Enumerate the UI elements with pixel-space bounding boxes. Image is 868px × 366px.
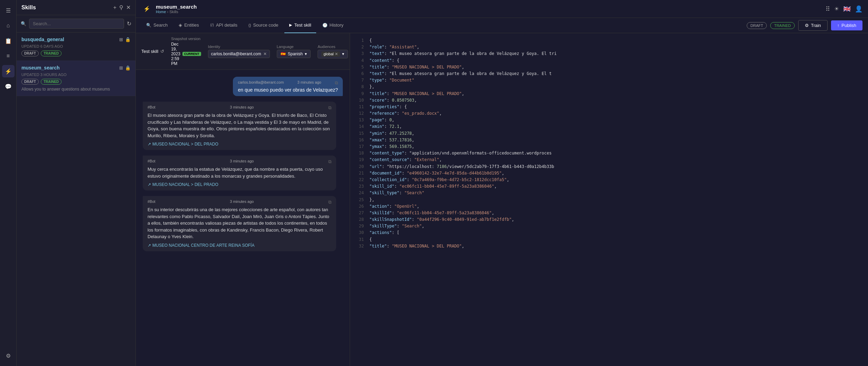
line-code: "properties": { (369, 104, 407, 110)
bot-bubble-1: #Bot 3 minutes ago ⧉ El museo atesora gr… (143, 102, 336, 150)
tab-test-skill[interactable]: ▶ Test skill (284, 18, 316, 33)
link-text-1: MUSEO NACIONAL > DEL PRADO (152, 142, 218, 147)
language-select[interactable]: 🇪🇸 Spanish ▾ (277, 50, 311, 58)
sidebar-close-icon[interactable]: ✕ (126, 4, 131, 11)
bot-copy-icon-1[interactable]: ⧉ (328, 105, 331, 111)
line-number: 18 (356, 150, 364, 157)
bot-time-2: 3 minutes ago (230, 159, 254, 165)
line-code: { (369, 37, 372, 44)
bot-bubble-3: #Bot 3 minutes ago ⧉ En su interior desc… (143, 196, 336, 251)
line-code: "document_id": "e4960142-32e7-4e7d-85da-… (369, 170, 504, 177)
line-number: 19 (356, 157, 364, 163)
sidebar-refresh-icon[interactable]: ↻ (127, 20, 131, 27)
tab-entities[interactable]: ◈ Entities (174, 18, 204, 33)
test-skill-label: Test skill ↺ (141, 49, 164, 54)
line-code: "content": { (369, 57, 399, 64)
line-number: 8 (356, 84, 364, 90)
audiences-value: global (323, 52, 333, 56)
line-code: "text": "El museo atesora gran parte de … (369, 50, 557, 57)
breadcrumb-home[interactable]: Home (156, 10, 166, 14)
sidebar-item-busqueda-general[interactable]: busqueda_general ⊞ 🔒 UPDATED 6 DAYS AGO … (17, 32, 135, 61)
json-line: 21 "document_id": "e4960142-32e7-4e7d-85… (356, 170, 862, 177)
sidebar-search-input[interactable] (29, 19, 124, 29)
audiences-remove-icon[interactable]: ✕ (335, 52, 338, 56)
json-line: 12 "reference": "es_prado.docx", (356, 110, 862, 117)
line-number: 23 (356, 183, 364, 190)
user-author-1: carlos.bonilla@iberant.com (238, 80, 284, 86)
tab-search-label: Search (153, 22, 168, 28)
brightness-icon[interactable]: ☀ (834, 6, 839, 12)
tab-history-label: History (330, 22, 343, 28)
bot-copy-icon-3[interactable]: ⧉ (328, 199, 331, 205)
tab-api-label: API details (216, 22, 237, 28)
line-code: "reference": "es_prado.docx", (369, 110, 442, 117)
left-nav: ☰ ⌂ 📋 ≡ ⚡ 💬 ⚙ (0, 0, 17, 366)
nav-chat-icon[interactable]: 💬 (2, 80, 15, 93)
audiences-select[interactable]: global ✕ ▾ (318, 50, 348, 58)
sidebar-add-icon[interactable]: + (113, 4, 116, 11)
train-icon: ⚙ (805, 23, 809, 28)
nav-settings-icon[interactable]: ⚙ (2, 349, 15, 362)
tab-entities-icon: ◈ (179, 22, 182, 28)
sidebar-filter-icon[interactable]: ⚲ (119, 4, 123, 11)
user-message-1: carlos.bonilla@iberant.com 3 minutes ago… (143, 77, 343, 96)
tab-api-icon: ⟨/⟩ (210, 23, 214, 27)
nav-home-icon[interactable]: ⌂ (2, 19, 15, 32)
publish-button[interactable]: ↑ Publish (831, 20, 862, 30)
reload-icon[interactable]: ↺ (160, 49, 164, 54)
topbar-skill-name: museum_search (156, 4, 825, 10)
skill-name-busqueda: busqueda_general (21, 37, 119, 42)
bot-link-2[interactable]: ↗ MUSEO NACIONAL > DEL PRADO (148, 182, 331, 187)
line-code: "title": "MUSEO NACIONAL > DEL PRADO", (369, 91, 464, 97)
json-content: 1{2 "role": "Assistant",3 "text": "El mu… (350, 33, 868, 366)
json-line: 2 "role": "Assistant", (356, 44, 862, 50)
identity-close-icon[interactable]: ✕ (263, 51, 267, 56)
user-copy-icon-1[interactable]: ⧉ (335, 80, 338, 86)
skill-lock-icon-museum: 🔒 (125, 65, 131, 71)
line-number: 32 (356, 243, 364, 250)
tab-history[interactable]: 🕐 History (318, 18, 348, 33)
bot-copy-icon-2[interactable]: ⧉ (328, 159, 331, 165)
line-number: 5 (356, 64, 364, 71)
nav-skill-icon[interactable]: ⚡ (2, 65, 15, 77)
nav-docs-icon[interactable]: 📋 (2, 35, 15, 47)
tab-source-icon: {} (248, 23, 251, 27)
json-line: 5 "title": "MUSEO NACIONAL > DEL PRADO", (356, 64, 862, 71)
user-text-1: en que museo puedo ver obras de Velazque… (238, 87, 338, 93)
apps-icon[interactable]: ⠿ (825, 5, 830, 13)
line-number: 13 (356, 117, 364, 123)
account-icon[interactable]: 👤 (855, 5, 862, 13)
nav-list-icon[interactable]: ≡ (2, 50, 15, 62)
tab-search[interactable]: 🔍 Search (141, 18, 172, 33)
tab-api-details[interactable]: ⟨/⟩ API details (205, 18, 242, 33)
json-line: 30 "actions": [ (356, 229, 862, 236)
sidebar-item-museum-search[interactable]: museum_search ⊞ 🔒 UPDATED 3 HOURS AGO DR… (17, 61, 135, 96)
train-button[interactable]: ⚙ Train (798, 20, 828, 31)
badge-draft: DRAFT (21, 50, 39, 56)
nav-menu-icon[interactable]: ☰ (2, 4, 15, 17)
line-code: "content_type": "application/vnd.openxml… (369, 150, 551, 157)
badge-trained-museum: TRAINED (41, 79, 62, 85)
line-code: "title": "MUSEO NACIONAL > DEL PRADO", (369, 243, 464, 250)
line-number: 3 (356, 50, 364, 57)
identity-input[interactable]: carlos.bonilla@iberant.com ✕ (208, 50, 270, 58)
line-number: 14 (356, 123, 364, 130)
language-icon[interactable]: 🇬🇧 (843, 5, 851, 13)
json-line: 8 }, (356, 84, 862, 90)
tabbar: 🔍 Search ◈ Entities ⟨/⟩ API details {} S… (136, 18, 868, 33)
skill-save-icon[interactable]: ⊞ (119, 37, 123, 42)
bot-link-3[interactable]: ↗ MUSEO NACIONAL CENTRO DE ARTE REINA SO… (148, 243, 331, 248)
skill-save-icon-museum[interactable]: ⊞ (119, 65, 123, 71)
bot-link-1[interactable]: ↗ MUSEO NACIONAL > DEL PRADO (148, 142, 331, 147)
line-code: "skillId": "ec06fc11-bb04-45e7-89ff-5a23… (369, 210, 494, 216)
sidebar: Skills + ⚲ ✕ 🔍 ↻ busqueda_general ⊞ 🔒 UP… (17, 0, 136, 366)
json-line: 9 "title": "MUSEO NACIONAL > DEL PRADO", (356, 91, 862, 97)
line-code: "url": "https://localhost: 7186/viewer/5… (369, 163, 554, 170)
line-code: "skillSnapshotId": "0a44f296-9c40-4049-9… (369, 216, 514, 223)
line-code: "type": "Document" (369, 77, 414, 84)
sidebar-header: Skills + ⚲ ✕ (17, 0, 135, 15)
snapshot-value: Dec 19, 2023 2:59 PM (171, 42, 180, 66)
tab-source-code[interactable]: {} Source code (244, 18, 283, 33)
skill-badges-busqueda: DRAFT TRAINED (21, 50, 131, 56)
line-code: }, (369, 84, 374, 90)
